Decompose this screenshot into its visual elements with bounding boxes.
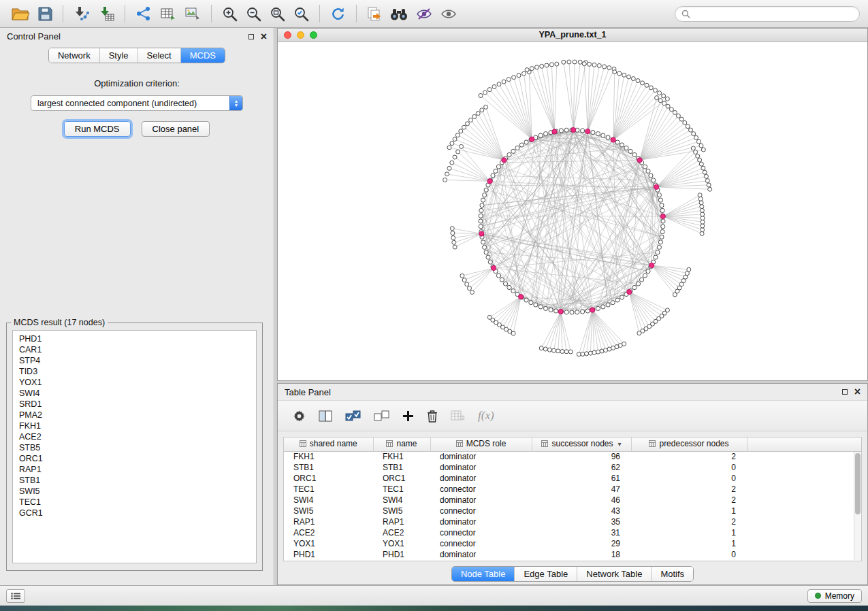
delete-table-button[interactable] [451,410,465,421]
table-cell[interactable]: PHD1 [284,549,373,560]
result-node[interactable]: STP4 [19,355,250,366]
table-row[interactable]: ORC1ORC1dominator610 [284,473,861,484]
result-node[interactable]: ORC1 [19,453,250,464]
table-settings-button[interactable] [293,410,306,423]
table-cell[interactable]: dominator [430,549,532,560]
table-tab-node-table[interactable]: Node Table [452,567,515,581]
network-canvas[interactable] [278,42,867,380]
optimization-dropdown[interactable]: largest connected component (undirected)… [31,95,243,111]
table-row[interactable]: ACE2ACE2connector311 [284,527,861,538]
network-window-titlebar[interactable]: YPA_prune.txt_1 [278,29,867,42]
table-row[interactable]: PHD1PHD1dominator180 [284,549,861,560]
new-network-button[interactable] [132,5,155,22]
tab-select[interactable]: Select [138,48,180,63]
minimize-window-icon[interactable] [297,31,304,39]
table-row[interactable]: TEC1TEC1connector472 [284,484,861,495]
select-all-button[interactable] [345,410,361,422]
table-cell[interactable]: 29 [532,538,631,549]
table-cell[interactable]: connector [430,484,532,495]
result-node[interactable]: PMA2 [19,410,250,420]
table-row[interactable]: FKH1FKH1dominator962 [284,451,861,462]
table-cell[interactable]: dominator [430,451,532,462]
show-columns-button[interactable] [319,410,332,422]
table-cell[interactable]: YOX1 [284,538,373,549]
result-node[interactable]: SWI5 [19,486,250,497]
table-cell[interactable]: 0 [631,549,747,560]
close-panel-button[interactable]: Close panel [142,121,210,137]
zoom-fit-button[interactable] [266,5,289,23]
import-network-button[interactable] [70,5,93,22]
result-node[interactable]: CAR1 [19,344,250,355]
copy-share-button[interactable] [364,5,385,23]
maximize-window-icon[interactable] [310,31,317,39]
table-cell[interactable]: ACE2 [373,527,430,538]
result-node[interactable]: TEC1 [19,497,250,508]
result-node[interactable]: ACE2 [19,431,250,442]
table-cell[interactable]: 2 [631,495,747,506]
table-cell[interactable]: 62 [532,462,631,473]
table-cell[interactable]: 35 [532,516,631,527]
table-cell[interactable]: 1 [631,506,747,516]
close-panel-icon[interactable]: × [261,31,267,42]
table-cell[interactable]: TEC1 [373,484,430,495]
zoom-selected-button[interactable] [290,5,312,23]
table-cell[interactable]: 96 [532,451,631,462]
result-node[interactable]: SRD1 [19,399,250,410]
tab-mcds[interactable]: MCDS [180,48,225,63]
table-cell[interactable]: RAP1 [284,516,373,527]
search-input[interactable] [694,9,853,18]
table-cell[interactable]: ORC1 [284,473,373,484]
scrollbar-thumb[interactable] [855,453,861,514]
table-row[interactable]: YOX1YOX1connector291 [284,538,861,549]
result-node[interactable]: SWI4 [19,388,250,399]
result-node[interactable]: STB1 [19,475,250,486]
table-cell[interactable]: 31 [532,527,631,538]
table-cell[interactable]: FKH1 [284,451,373,462]
column-header-predecessor-nodes[interactable]: predecessor nodes [631,437,747,451]
table-cell[interactable]: 61 [532,473,631,484]
table-cell[interactable]: ACE2 [284,527,373,538]
column-header-shared-name[interactable]: shared name [284,437,373,451]
table-cell[interactable]: dominator [430,516,532,527]
result-node[interactable]: STB5 [19,442,250,453]
table-cell[interactable]: PHD1 [373,549,430,560]
tab-style[interactable]: Style [99,48,138,63]
table-cell[interactable]: RAP1 [373,516,430,527]
result-node[interactable]: GCR1 [19,508,250,518]
open-file-button[interactable] [8,5,33,22]
new-table-button[interactable] [157,5,180,22]
table-cell[interactable]: dominator [430,495,532,506]
search-network-button[interactable] [387,5,411,22]
result-node[interactable]: TID3 [19,366,250,377]
close-window-icon[interactable] [284,31,291,39]
refresh-view-button[interactable] [327,5,349,23]
table-cell[interactable]: connector [430,538,532,549]
deselect-all-button[interactable] [374,410,389,422]
table-cell[interactable]: 2 [631,484,747,495]
tab-network[interactable]: Network [49,48,99,63]
table-cell[interactable]: SWI4 [373,495,430,506]
table-tab-edge-table[interactable]: Edge Table [514,567,577,581]
table-tab-motifs[interactable]: Motifs [651,567,693,581]
result-node[interactable]: FKH1 [19,420,250,431]
column-header-successor-nodes[interactable]: successor nodes▾ [532,437,631,451]
search-field[interactable] [675,6,860,22]
function-builder-button[interactable]: f(x) [478,409,494,423]
table-tab-network-table[interactable]: Network Table [577,567,651,581]
table-cell[interactable]: YOX1 [373,538,430,549]
task-history-button[interactable] [6,589,25,603]
result-node[interactable]: PHD1 [19,333,250,344]
table-scrollbar[interactable] [854,452,861,560]
table-cell[interactable]: ORC1 [373,473,430,484]
table-cell[interactable]: FKH1 [373,451,430,462]
table-cell[interactable]: 1 [631,527,747,538]
table-cell[interactable]: STB1 [284,462,373,473]
table-cell[interactable]: STB1 [373,462,430,473]
table-row[interactable]: SWI5SWI5connector431 [284,506,861,516]
run-mcds-button[interactable]: Run MCDS [64,121,131,137]
table-cell[interactable]: 0 [631,462,747,473]
table-cell[interactable]: 2 [631,451,747,462]
show-all-button[interactable] [437,6,460,22]
hide-selected-button[interactable] [413,6,436,22]
table-cell[interactable]: connector [430,527,532,538]
